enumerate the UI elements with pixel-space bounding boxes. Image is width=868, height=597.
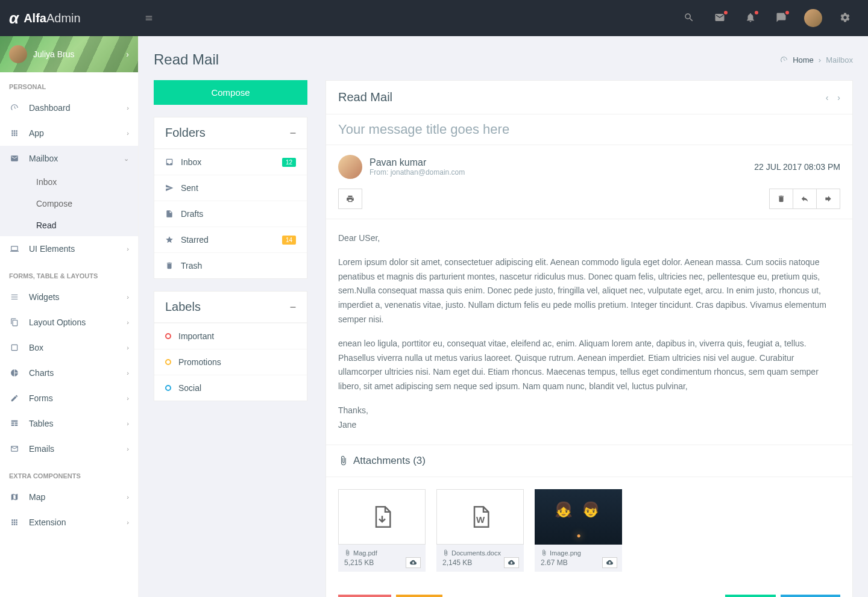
pdf-icon[interactable] — [338, 489, 426, 545]
cloud-download-icon — [606, 559, 613, 566]
sender-avatar — [338, 155, 362, 179]
next-mail-button[interactable]: › — [837, 93, 840, 102]
sidebar-item-app[interactable]: App› — [0, 120, 138, 146]
sidebar-item-layout[interactable]: Layout Options› — [0, 310, 138, 335]
file-icon — [165, 209, 174, 219]
sidebar-item-ui[interactable]: UI Elements› — [0, 236, 138, 261]
inbox-icon — [165, 157, 174, 167]
sidebar-item-emails[interactable]: Emails› — [0, 436, 138, 461]
sidebar-toggle[interactable] — [139, 13, 159, 23]
sidebar-item-mailbox[interactable]: Mailbox⌄ — [0, 146, 138, 171]
dashboard-icon — [9, 103, 20, 113]
chevron-right-icon: › — [127, 245, 129, 252]
mail-icon[interactable] — [706, 6, 734, 31]
envelope-icon — [9, 444, 20, 454]
sidebar-item-box[interactable]: Box› — [0, 335, 138, 360]
circle-icon — [165, 359, 171, 365]
sidebar-item-widgets[interactable]: Widgets› — [0, 284, 138, 310]
labels-title: Labels — [165, 300, 201, 314]
circle-icon — [165, 385, 171, 391]
chevron-right-icon: › — [127, 293, 129, 301]
breadcrumb-current: Mailbox — [826, 55, 853, 64]
mail-icon — [9, 154, 20, 163]
folders-title: Folders — [165, 126, 206, 140]
cloud-download-icon — [410, 559, 417, 566]
print-button[interactable]: Print — [396, 595, 442, 597]
bell-icon[interactable] — [737, 6, 764, 31]
sidebar-item-forms[interactable]: Forms› — [0, 386, 138, 411]
user-name: Juliya Brus — [33, 49, 120, 59]
label-promotions[interactable]: Promotions — [154, 349, 307, 375]
download-button[interactable] — [406, 557, 421, 568]
laptop-icon — [9, 244, 20, 254]
chevron-right-icon: › — [127, 420, 129, 427]
chat-icon[interactable] — [767, 6, 795, 31]
label-important[interactable]: Important — [154, 323, 307, 349]
gear-icon[interactable] — [831, 6, 859, 31]
forward-button[interactable]: Forward — [781, 595, 840, 597]
download-button[interactable] — [504, 557, 519, 568]
attachment-pdf: Mag.pdf 5,215 KB — [338, 489, 426, 572]
chevron-right-icon: › — [127, 319, 129, 326]
folder-trash[interactable]: Trash — [154, 252, 307, 278]
sender-from: From: jonathan@domain.com — [370, 168, 465, 177]
sidebar-item-dashboard[interactable]: Dashboard› — [0, 95, 138, 120]
sidebar: Juliya Brus › PERSONAL Dashboard› App› M… — [0, 36, 139, 597]
delete-button[interactable]: Delete — [338, 595, 391, 597]
breadcrumb-home[interactable]: Home — [793, 55, 814, 64]
cloud-download-icon — [508, 559, 515, 566]
starred-badge: 14 — [282, 236, 296, 245]
sidebar-item-tables[interactable]: Tables› — [0, 411, 138, 436]
pie-icon — [9, 368, 20, 378]
mail-body: Dear USer, Lorem ipsum dolor sit amet, c… — [326, 219, 852, 445]
sidebar-item-map[interactable]: Map› — [0, 484, 138, 510]
collapse-button[interactable]: – — [290, 127, 296, 139]
chevron-right-icon: › — [127, 344, 129, 351]
chevron-right-icon: › — [127, 445, 129, 452]
label-social[interactable]: Social — [154, 375, 307, 401]
folder-inbox[interactable]: Inbox12 — [154, 149, 307, 175]
image-thumbnail[interactable] — [535, 489, 622, 545]
chevron-right-icon: › — [127, 130, 129, 137]
download-button[interactable] — [602, 557, 617, 568]
delete-button[interactable] — [769, 189, 793, 209]
reply-icon — [800, 195, 809, 203]
mail-panel: Read Mail ‹ › Your message title goes he… — [326, 80, 853, 597]
folders-box: Folders – Inbox12 Sent Drafts Starred14 … — [154, 117, 307, 279]
sidebar-submenu-mailbox: Inbox Compose Read — [0, 171, 138, 236]
edit-icon — [9, 393, 20, 403]
mail-subject: Your message title goes here — [326, 114, 852, 145]
mail-panel-title: Read Mail — [338, 90, 392, 104]
sidebar-sub-read[interactable]: Read — [0, 214, 138, 236]
forward-button[interactable] — [817, 189, 840, 209]
inbox-badge: 12 — [282, 158, 296, 167]
brand-logo[interactable]: α AlfaAdmin — [9, 9, 139, 28]
attachment-word: Documents.docx 2,145 KB — [436, 489, 524, 572]
map-icon — [9, 492, 20, 502]
sidebar-sub-inbox[interactable]: Inbox — [0, 171, 138, 193]
trash-icon — [777, 195, 785, 203]
folder-drafts[interactable]: Drafts — [154, 201, 307, 227]
circle-icon — [165, 333, 171, 339]
compose-button[interactable]: Compose — [154, 80, 307, 105]
breadcrumb: Home › Mailbox — [780, 55, 853, 64]
folder-starred[interactable]: Starred14 — [154, 227, 307, 252]
sidebar-user-panel[interactable]: Juliya Brus › — [0, 36, 138, 72]
sidebar-item-charts[interactable]: Charts› — [0, 360, 138, 386]
dashboard-icon — [780, 56, 788, 64]
folder-sent[interactable]: Sent — [154, 175, 307, 201]
search-icon[interactable] — [675, 6, 703, 31]
reply-button[interactable]: Reply — [725, 595, 776, 597]
sidebar-sub-compose[interactable]: Compose — [0, 193, 138, 214]
word-icon[interactable] — [436, 489, 524, 545]
print-button[interactable] — [338, 189, 362, 209]
collapse-button[interactable]: – — [290, 301, 296, 313]
chevron-right-icon: › — [127, 493, 129, 501]
table-icon — [9, 419, 20, 428]
paperclip-icon — [344, 549, 351, 556]
sidebar-item-extension[interactable]: Extension› — [0, 510, 138, 535]
sender-name: Pavan kumar — [370, 157, 465, 168]
reply-button[interactable] — [793, 189, 817, 209]
prev-mail-button[interactable]: ‹ — [826, 93, 829, 102]
user-avatar-top[interactable] — [804, 9, 822, 27]
